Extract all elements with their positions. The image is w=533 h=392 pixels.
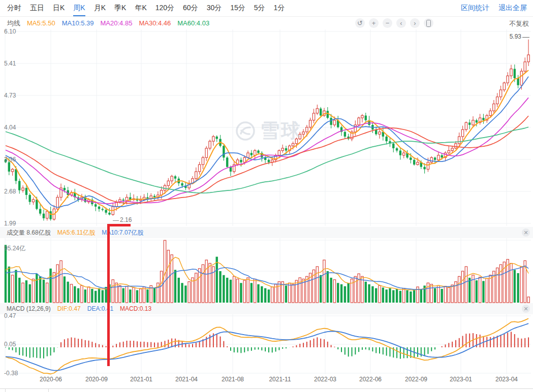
price-axis-label: 4.73 <box>4 92 16 99</box>
high-price-label: 5.93 <box>510 33 521 40</box>
date-label-2022-03: 2022-03 <box>314 376 336 383</box>
volume-pane-header: 成交量 8.68亿股 MA5:6.11亿股 MA10:7.07亿股 ✕ <box>0 227 533 238</box>
volume-axis-max: 95.24亿 <box>4 244 25 253</box>
price-axis-label: 6.10 <box>4 28 16 35</box>
macd-axis-label: 0.47 <box>4 312 16 319</box>
macd-axis-label: 0.05 <box>4 341 16 348</box>
stock-chart-app: 分时五日日K周K月K季K年K120分60分30分15分5分1分 区间统计退出全屏… <box>0 0 533 392</box>
volume-ma5-label: MA5:6.11亿股 <box>57 228 95 237</box>
price-axis-label: 5.41 <box>4 60 16 67</box>
date-label-2023-04: 2023-04 <box>495 376 518 383</box>
date-label-2020-09: 2020-09 <box>85 376 108 383</box>
date-label-2021-01: 2021-01 <box>130 376 152 383</box>
date-label-2022-06: 2022-06 <box>359 376 382 383</box>
volume-title: 成交量 8.68亿股 <box>7 228 51 237</box>
range-selector-handle[interactable] <box>48 388 49 392</box>
red-annotation-vline <box>107 225 110 366</box>
macd-pane-header: MACD (12,26,9) DIF:0.47 DEA:0.41 MACD:0.… <box>0 303 533 314</box>
close-volume-pane-icon[interactable]: ✕ <box>522 228 530 237</box>
date-label-2020-06: 2020-06 <box>40 376 62 383</box>
date-label-2023-01: 2023-01 <box>450 376 472 383</box>
low-price-label: 2.16 <box>120 216 132 223</box>
date-label-2022-09: 2022-09 <box>405 376 427 383</box>
chart-canvas[interactable] <box>0 0 533 392</box>
price-axis-label: 2.68 <box>4 188 16 195</box>
range-selector-left-edge[interactable] <box>5 388 6 392</box>
macd-dif-label: DIF:0.47 <box>57 305 81 312</box>
price-axis-label: 4.04 <box>4 124 16 131</box>
close-macd-pane-icon[interactable]: ✕ <box>522 305 530 313</box>
macd-axis-label: -0.38 <box>4 370 18 377</box>
range-selector[interactable] <box>0 388 533 389</box>
macd-value-label: MACD:0.13 <box>120 305 151 312</box>
date-label-2021-08: 2021-08 <box>222 376 244 383</box>
date-label-2021-04: 2021-04 <box>175 376 198 383</box>
date-label-2021-11: 2021-11 <box>269 376 291 383</box>
low-price-tick <box>113 220 119 221</box>
price-axis-label: 1.99 <box>4 220 16 227</box>
high-price-tick <box>522 37 529 38</box>
price-axis-label: 3.36 <box>4 156 16 163</box>
red-annotation-hline <box>107 224 131 226</box>
macd-title: MACD (12,26,9) <box>7 305 51 312</box>
